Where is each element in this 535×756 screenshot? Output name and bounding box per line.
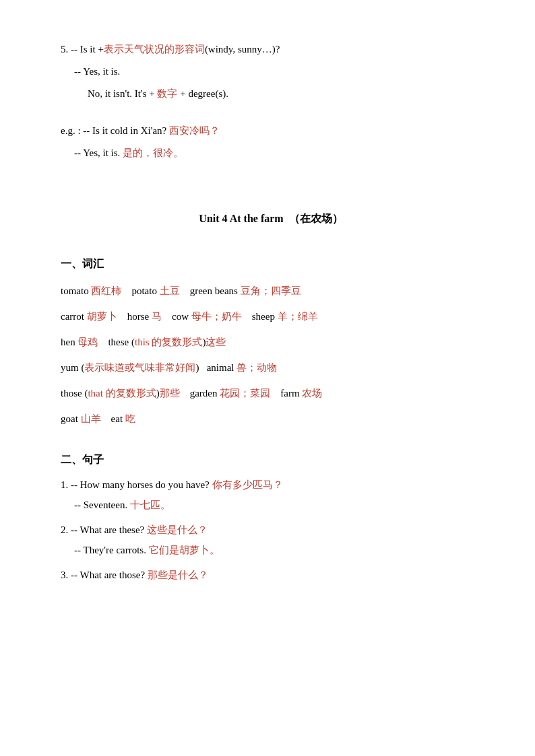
vocab-line3: hen 母鸡 these (this 的复数形式)这些 (61, 332, 481, 352)
vocab-line6: goat 山羊 eat 吃 (61, 409, 481, 429)
vocab-hen-en: hen (61, 337, 77, 347)
vocab-line5: those (that 的复数形式)那些 garden 花园；菜园 farm 农… (61, 383, 481, 403)
unit-title-zh: （在农场） (289, 213, 343, 224)
eg-question: e.g. : -- Is it cold in Xi'an? 西安冷吗？ (61, 122, 481, 140)
s2-a-zh: 它们是胡萝卜。 (149, 545, 220, 555)
vocab-these-en: these ( (100, 337, 135, 347)
spacer1 (61, 111, 481, 122)
vocab-farm-en: farm (273, 388, 302, 399)
vocab-space1: potato (124, 285, 160, 296)
s2-a-en: -- They're carrots. (74, 545, 149, 555)
spacer3 (61, 244, 481, 254)
vocab-those-en: those ( (61, 388, 88, 399)
vocab-yum-en: yum ( (61, 362, 84, 373)
vocab-greenbeans-zh: 豆角；四季豆 (241, 285, 301, 296)
eg-answer-zh: 是的，很冷。 (123, 147, 183, 158)
eg-answer-en: -- Yes, it is. (74, 147, 123, 158)
vocab-sheep-zh: 羊；绵羊 (278, 311, 318, 322)
vocab-goat-en: goat (61, 413, 81, 424)
s1-q-zh: 你有多少匹马？ (212, 479, 283, 490)
vocab-hen-zh: 母鸡 (77, 337, 98, 347)
vocab-tomato-zh: 西红柿 (91, 285, 121, 296)
s1-a-zh: 十七匹。 (130, 500, 170, 510)
sentence2-question: 2. -- What are these? 这些是什么？ (61, 521, 481, 539)
vocab-cow-zh: 母牛；奶牛 (191, 311, 242, 322)
eg-en1: e.g. : -- Is it cold in Xi'an? (61, 125, 169, 136)
q5-answer1: -- Yes, it is. (61, 63, 481, 81)
vocab-horse-en: horse (119, 311, 152, 322)
vocab-horse-zh: 马 (152, 311, 162, 322)
spacer4 (61, 437, 481, 450)
q5-answer2: No, it isn't. It's + 数字 + degree(s). (61, 85, 481, 103)
sentence1-block: 1. -- How many horses do you have? 你有多少匹… (61, 476, 481, 514)
unit-title-en: Unit 4 At the farm (199, 213, 283, 224)
vocab-these-zh: 这些 (206, 337, 226, 347)
eg-answer: -- Yes, it is. 是的，很冷。 (61, 144, 481, 162)
vocab-those-zh: 那些 (160, 388, 180, 399)
eg-section: e.g. : -- Is it cold in Xi'an? 西安冷吗？ -- … (61, 122, 481, 162)
vocab-line2: carrot 胡萝卜 horse 马 cow 母牛；奶牛 sheep 羊；绵羊 (61, 306, 481, 327)
vocab-garden-en: garden (182, 388, 220, 399)
vocab-carrot-zh: 胡萝卜 (87, 311, 117, 322)
sentence1-answer: -- Seventeen. 十七匹。 (61, 496, 481, 514)
q5-section: 5. -- Is it +表示天气状况的形容词(windy, sunny…)? … (61, 40, 481, 103)
unit-title: Unit 4 At the farm （在农场） (61, 209, 481, 229)
s1-a-en: -- Seventeen. (74, 500, 130, 510)
vocab-those-note: that 的复数形式 (88, 388, 156, 399)
vocab-space2: green beans (182, 285, 240, 296)
vocab-yum-note: 表示味道或气味非常好闻 (84, 362, 195, 373)
vocab-section: 一、词汇 tomato 西红柿 potato 土豆 green beans 豆角… (61, 254, 481, 429)
vocab-goat-zh: 山羊 (81, 413, 101, 424)
vocab-line4: yum (表示味道或气味非常好闻) animal 兽；动物 (61, 357, 481, 378)
s1-q-en: 1. -- How many horses do you have? (61, 479, 212, 490)
sentence3-block: 3. -- What are those? 那些是什么？ (61, 566, 481, 584)
q5-question-en: 5. -- Is it + (61, 44, 104, 55)
vocab-line1: tomato 西红柿 potato 土豆 green beans 豆角；四季豆 (61, 281, 481, 301)
vocab-garden-zh: 花园；菜园 (220, 388, 270, 399)
vocab-tomato-en: tomato (61, 285, 91, 296)
eg-zh1: 西安冷吗？ (169, 125, 220, 136)
vocab-eat-zh: 吃 (125, 413, 135, 424)
q5-question-zh: 表示天气状况的形容词 (104, 44, 205, 55)
s2-q-zh: 这些是什么？ (147, 524, 208, 535)
q5-yes-en: -- Yes, it is. (74, 66, 120, 77)
vocab-carrot-en: carrot (61, 311, 87, 322)
s3-q-en: 3. -- What are those? (61, 570, 148, 580)
vocab-farm-zh: 农场 (302, 388, 322, 399)
spacer2 (61, 170, 481, 191)
q5-question: 5. -- Is it +表示天气状况的形容词(windy, sunny…)? (61, 40, 481, 59)
sentences-section: 二、句子 1. -- How many horses do you have? … (61, 450, 481, 585)
vocab-cow-en: cow (164, 311, 191, 322)
vocab-potato-zh: 土豆 (160, 285, 180, 296)
q5-no-en1: No, it isn't. It's + (88, 88, 157, 99)
sentence2-block: 2. -- What are these? 这些是什么？ -- They're … (61, 521, 481, 559)
q5-question-en2: (windy, sunny…)? (205, 44, 280, 55)
q5-no-zh: 数字 (157, 88, 177, 99)
vocab-heading: 一、词汇 (61, 254, 481, 274)
sentence3-question: 3. -- What are those? 那些是什么？ (61, 566, 481, 584)
vocab-sheep-en: sheep (244, 311, 277, 322)
sentences-heading: 二、句子 (61, 450, 481, 470)
q5-no-en2: + degree(s). (177, 88, 228, 99)
s3-q-zh: 那些是什么？ (148, 570, 208, 580)
sentence1-question: 1. -- How many horses do you have? 你有多少匹… (61, 476, 481, 494)
sentence2-answer: -- They're carrots. 它们是胡萝卜。 (61, 541, 481, 559)
s2-q-en: 2. -- What are these? (61, 524, 147, 535)
vocab-these-note: this 的复数形式 (135, 337, 202, 347)
vocab-yum-en2: ) animal (195, 362, 237, 373)
vocab-eat-en: eat (103, 413, 125, 424)
vocab-animal-zh: 兽；动物 (237, 362, 277, 373)
